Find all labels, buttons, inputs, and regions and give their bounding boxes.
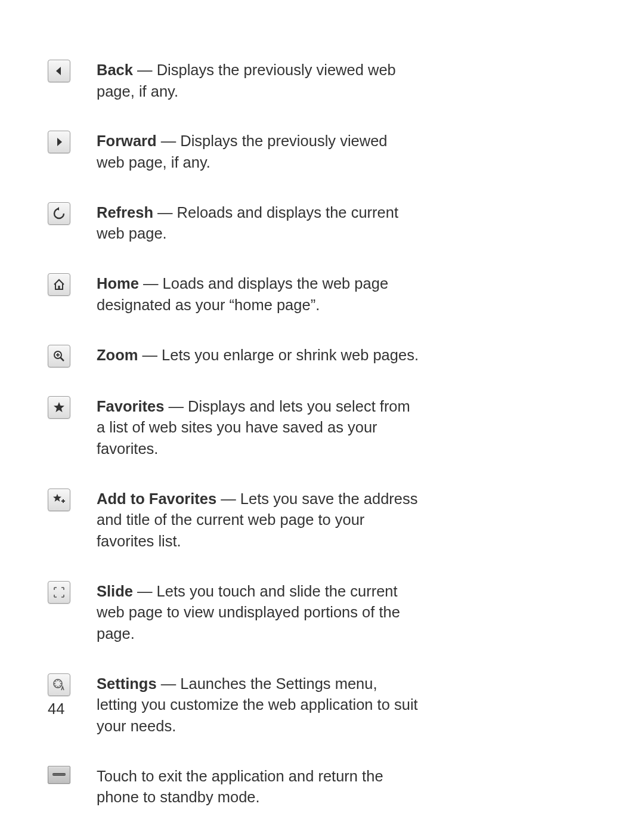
back-icon	[48, 60, 70, 82]
list-item: Favorites — Displays and lets you select…	[48, 396, 596, 460]
list-item: Touch to exit the application and return…	[48, 766, 596, 808]
item-desc: Touch to exit the application and return…	[97, 768, 383, 806]
list-item: Slide — Lets you touch and slide the cur…	[48, 581, 596, 645]
svg-marker-0	[56, 67, 61, 75]
forward-icon	[48, 131, 70, 153]
item-desc: — Loads and displays the web page design…	[97, 275, 388, 313]
item-title: Back	[97, 61, 133, 78]
item-text: Touch to exit the application and return…	[97, 766, 419, 808]
list-item: Forward — Displays the previously viewed…	[48, 131, 596, 173]
item-text: Refresh — Reloads and displays the curre…	[97, 202, 419, 245]
item-desc: — Lets you enlarge or shrink web pages.	[138, 347, 419, 363]
item-title: Favorites	[97, 398, 164, 415]
list-item: Back — Displays the previously viewed we…	[48, 60, 596, 102]
item-title: Zoom	[97, 347, 138, 363]
slide-icon	[48, 581, 70, 604]
svg-rect-3	[58, 286, 60, 289]
list-item: Refresh — Reloads and displays the curre…	[48, 202, 596, 245]
item-desc: — Lets you touch and slide the current w…	[97, 583, 400, 642]
list-item: Settings — Launches the Settings menu, l…	[48, 673, 596, 737]
item-text: Add to Favorites — Lets you save the add…	[97, 489, 419, 552]
svg-rect-11	[63, 499, 64, 503]
item-title: Add to Favorites	[97, 490, 216, 507]
zoom-icon	[48, 345, 70, 367]
add-favorites-icon	[48, 489, 70, 511]
favorites-icon	[48, 396, 70, 419]
item-text: Slide — Lets you touch and slide the cur…	[97, 581, 419, 645]
icon-description-list: Back — Displays the previously viewed we…	[48, 60, 596, 808]
svg-marker-9	[53, 494, 61, 502]
item-text: Favorites — Displays and lets you select…	[97, 396, 419, 460]
settings-icon	[48, 673, 70, 696]
item-title: Refresh	[97, 204, 153, 221]
list-item: Home — Loads and displays the web page d…	[48, 273, 596, 316]
exit-icon	[48, 766, 70, 784]
home-icon	[48, 273, 70, 296]
svg-marker-8	[54, 402, 64, 412]
item-text: Home — Loads and displays the web page d…	[97, 273, 419, 316]
list-item: Add to Favorites — Lets you save the add…	[48, 489, 596, 552]
item-title: Slide	[97, 583, 133, 599]
item-title: Settings	[97, 675, 157, 692]
item-text: Zoom — Lets you enlarge or shrink web pa…	[97, 345, 419, 366]
svg-line-7	[61, 357, 64, 361]
item-text: Forward — Displays the previously viewed…	[97, 131, 419, 173]
refresh-icon	[48, 202, 70, 225]
item-text: Back — Displays the previously viewed we…	[97, 60, 419, 102]
item-desc: — Displays the previously viewed web pag…	[97, 61, 396, 100]
item-title: Forward	[97, 132, 157, 149]
svg-marker-1	[57, 138, 62, 146]
list-item: Zoom — Lets you enlarge or shrink web pa…	[48, 345, 596, 367]
page-number: 44	[48, 700, 64, 718]
item-title: Home	[97, 275, 139, 292]
svg-marker-2	[57, 207, 59, 211]
item-text: Settings — Launches the Settings menu, l…	[97, 673, 419, 737]
